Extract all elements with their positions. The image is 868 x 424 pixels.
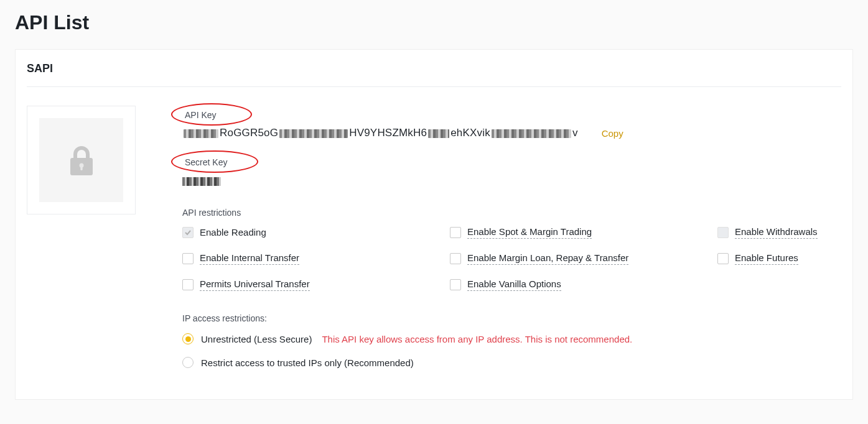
api-key-value: RoGGR5oGHV9YHSZMkH6ehKXvikv: [182, 127, 578, 139]
radio-icon[interactable]: [182, 333, 194, 344]
restriction-enable-internal-transfer[interactable]: Enable Internal Transfer: [182, 252, 450, 265]
copy-button[interactable]: Copy: [602, 128, 623, 139]
blurred-segment: [428, 129, 449, 138]
api-key-label: API Key: [182, 110, 219, 120]
restriction-enable-spot-margin[interactable]: Enable Spot & Margin Trading: [450, 226, 717, 239]
checkbox-icon[interactable]: [182, 253, 194, 264]
checkbox-icon[interactable]: [182, 279, 194, 290]
restriction-permits-universal-transfer[interactable]: Permits Universal Transfer: [182, 279, 450, 291]
restriction-label: Enable Spot & Margin Trading: [467, 226, 592, 239]
secret-key-label: Secret Key: [182, 157, 230, 167]
radio-icon[interactable]: [182, 357, 194, 368]
checkbox-icon: [717, 227, 729, 238]
svg-rect-2: [80, 166, 82, 170]
secret-key-value: [182, 175, 841, 187]
checkbox-icon[interactable]: [717, 253, 729, 264]
blurred-segment: [182, 177, 221, 186]
restriction-enable-vanilla-options[interactable]: Enable Vanilla Options: [450, 279, 717, 291]
radio-label: Unrestricted (Less Secure): [201, 334, 312, 344]
restriction-label: Enable Vanilla Options: [467, 279, 561, 291]
api-card: SAPI API Key RoGGR5oGHV9YHSZMkH6ehKXvik: [15, 49, 853, 400]
ip-warning-text: This API key allows access from any IP a…: [322, 334, 632, 344]
blurred-segment: [184, 129, 218, 138]
blurred-segment: [279, 129, 348, 138]
api-key-row: RoGGR5oGHV9YHSZMkH6ehKXvikv Copy: [182, 127, 841, 139]
checkbox-icon[interactable]: [450, 227, 461, 238]
restriction-enable-reading: Enable Reading: [182, 226, 450, 239]
restriction-label: Enable Internal Transfer: [200, 252, 299, 265]
restriction-label: Enable Reading: [200, 227, 266, 239]
lock-icon: [39, 118, 123, 202]
restriction-label: Enable Futures: [735, 252, 798, 265]
api-card-name: SAPI: [27, 62, 841, 87]
restriction-enable-withdrawals: Enable Withdrawals: [717, 226, 841, 239]
blurred-segment: [492, 129, 571, 138]
checkbox-icon: [182, 227, 194, 238]
restriction-enable-margin-loan[interactable]: Enable Margin Loan, Repay & Transfer: [450, 252, 717, 265]
radio-label: Restrict access to trusted IPs only (Rec…: [201, 357, 414, 368]
page-title: API List: [0, 0, 868, 49]
ip-option-unrestricted[interactable]: Unrestricted (Less Secure) This API key …: [182, 333, 841, 344]
restriction-label: Permits Universal Transfer: [200, 279, 310, 291]
restriction-label: Enable Margin Loan, Repay & Transfer: [467, 252, 628, 265]
ip-restrictions-title: IP access restrictions:: [182, 313, 841, 323]
ip-option-restricted[interactable]: Restrict access to trusted IPs only (Rec…: [182, 357, 841, 368]
restriction-enable-futures[interactable]: Enable Futures: [717, 252, 841, 265]
api-restrictions-grid: Enable Reading Enable Spot & Margin Trad…: [182, 226, 841, 291]
api-restrictions-title: API restrictions: [182, 208, 841, 218]
checkbox-icon[interactable]: [450, 279, 461, 290]
checkbox-icon[interactable]: [450, 253, 461, 264]
restriction-label: Enable Withdrawals: [735, 226, 818, 239]
api-qr-placeholder: [27, 106, 136, 214]
